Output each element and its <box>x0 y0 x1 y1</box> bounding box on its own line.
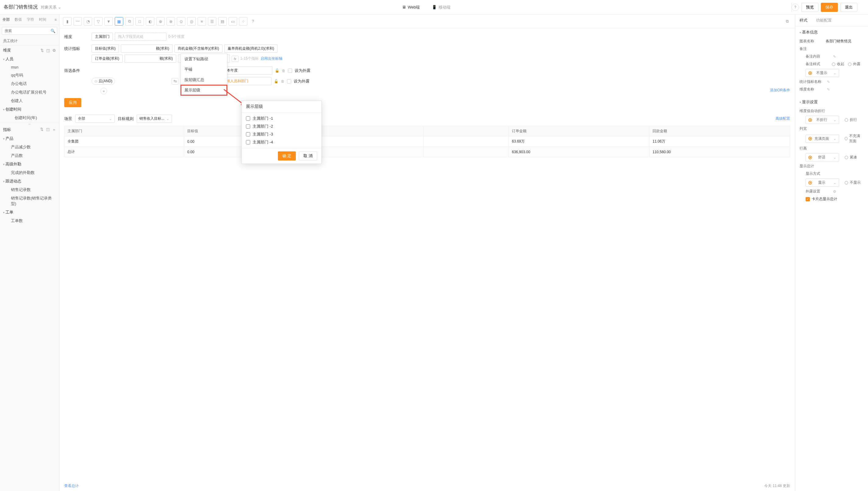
view-total-link[interactable]: 查看总计 <box>64 483 79 489</box>
tab-style[interactable]: 样式 <box>795 15 812 26</box>
dim-field[interactable]: 创建人 <box>0 96 59 105</box>
chart-map-cn-icon[interactable]: ⊗ <box>166 17 175 26</box>
chart-table-icon[interactable]: ▦ <box>115 17 123 26</box>
dim-dropzone[interactable]: 拖入字段至此处 <box>115 33 166 41</box>
metric-tag[interactable]: 额(求和) <box>124 55 176 63</box>
level-checkbox[interactable] <box>246 140 250 144</box>
enable-secondary-axis[interactable]: 启用次坐标轴 <box>260 56 282 61</box>
level-option[interactable]: 主属部门 -4 <box>246 140 317 145</box>
chart-line-icon[interactable]: 〰 <box>73 17 82 26</box>
chart-map-icon[interactable]: ⊕ <box>156 17 165 26</box>
level-checkbox[interactable] <box>246 132 250 137</box>
plus-icon[interactable]: ＋ <box>52 127 56 133</box>
card-total-checkbox-row[interactable]: ✓卡片态显示总计 <box>800 195 864 203</box>
chart-hstack-icon[interactable]: ☰ <box>208 17 216 26</box>
dim-field[interactable]: msn <box>0 63 59 71</box>
chart-hbar-icon[interactable]: ≡ <box>197 17 206 26</box>
radio-comfortable[interactable]: 舒适 <box>806 153 839 162</box>
metric-tag[interactable]: 赢单商机金额(商机2.0)(求和) <box>224 45 278 53</box>
th[interactable]: 回款金额 <box>649 126 790 137</box>
sort-icon[interactable]: ⇅ <box>40 127 43 133</box>
chart-card-icon[interactable]: ▭ <box>228 17 237 26</box>
menu-flat[interactable]: 平铺 <box>181 64 227 75</box>
tab-function[interactable]: 功能配置 <box>812 15 836 26</box>
tab-mobile[interactable]: 📱移动端 <box>432 5 451 10</box>
th[interactable]: 主属部门 <box>64 126 184 137</box>
chart-combo-icon[interactable]: ⧉ <box>125 17 134 26</box>
metric-field[interactable]: 销售记录数(销售记录类型) <box>0 194 59 208</box>
radio-nofill[interactable]: 不充满页面 <box>844 134 864 144</box>
dim-field[interactable]: 办公电话 <box>0 80 59 88</box>
scene-select[interactable]: 全部 <box>75 115 115 123</box>
dim-tag[interactable]: 主属部门 <box>92 33 113 41</box>
expose-checkbox[interactable] <box>288 68 292 73</box>
chart-number-icon[interactable]: □ <box>135 17 144 26</box>
edit-icon[interactable]: ✎ <box>827 80 830 84</box>
chart-globe-icon[interactable]: ◎ <box>187 17 196 26</box>
gear-icon[interactable]: ⚙ <box>52 48 56 53</box>
menu-drill-path[interactable]: 设置下钻路径 <box>181 54 227 64</box>
trash-icon[interactable] <box>282 68 285 73</box>
sliders-icon[interactable]: ≡ <box>52 18 59 22</box>
tag-icon[interactable]: ◫ <box>46 48 50 53</box>
metric-field[interactable]: 工单数 <box>0 216 59 225</box>
radio-hide[interactable]: 不显示 <box>806 69 839 77</box>
level-option[interactable]: 主属部门 -1 <box>246 116 317 121</box>
preview-button[interactable]: 预览 <box>801 3 818 12</box>
edit-icon[interactable]: ✎ <box>833 55 836 59</box>
dim-field[interactable]: qq号码 <box>0 71 59 80</box>
menu-show-level[interactable]: 展示层级 <box>181 85 227 95</box>
dialog-ok-button[interactable]: 确 定 <box>278 151 296 161</box>
chart-pie-icon[interactable]: ◔ <box>84 17 92 26</box>
chart-bar-icon[interactable]: ▮ <box>63 17 71 26</box>
chart-name-value[interactable]: 各部门销售情况 <box>826 39 864 44</box>
save-button[interactable]: 保存 <box>821 3 838 12</box>
metric-tag[interactable]: 商机金额(不含输单)(求和) <box>175 45 222 53</box>
th[interactable]: 订单金额 <box>509 126 649 137</box>
radio-compact[interactable]: 紧凑 <box>844 155 857 160</box>
panel-separator[interactable]: ═ <box>0 122 59 125</box>
dim-group-person[interactable]: 人员 <box>0 55 59 63</box>
radio-show[interactable]: 显示 <box>806 178 839 187</box>
help-icon[interactable]: ? <box>249 18 256 25</box>
expose-checkbox[interactable] <box>287 79 291 83</box>
tab-web[interactable]: 🖥Web端 <box>402 5 420 10</box>
radio-fill[interactable]: 充满页面 <box>806 135 839 143</box>
gear-icon[interactable]: ⚙ <box>833 190 836 194</box>
metric-tag[interactable]: 额(求和) <box>121 45 173 53</box>
dim-field[interactable]: 创建时间(年) <box>0 114 59 122</box>
chart-map-city-icon[interactable]: ⊙ <box>177 17 185 26</box>
metric-group-follow[interactable]: 跟进动态 <box>0 177 59 185</box>
type-tab-all[interactable]: 全部 <box>0 15 12 25</box>
trash-icon[interactable] <box>281 79 285 83</box>
radio-wrap[interactable]: 折行 <box>844 117 857 122</box>
lock-icon[interactable] <box>274 79 278 83</box>
metric-tag[interactable]: 订单金额(求和) <box>92 55 123 63</box>
dim-field[interactable]: 办公电话扩展分机号 <box>0 88 59 96</box>
radio-no-wrap[interactable]: 不折行 <box>806 116 839 124</box>
help-icon[interactable]: ? <box>792 4 799 11</box>
chart-gauge-icon[interactable]: ◐ <box>146 17 154 26</box>
type-tab-time[interactable]: 时间 <box>36 15 49 25</box>
metric-group-workorder[interactable]: 工单 <box>0 208 59 216</box>
metric-tag[interactable]: 目标值(求和) <box>92 45 119 53</box>
apply-button[interactable]: 应用 <box>64 98 81 107</box>
dim-group-createtime[interactable]: 创建时间 <box>0 105 59 114</box>
dialog-cancel-button[interactable]: 取 消 <box>299 151 317 161</box>
sort-icon[interactable]: ⇅ <box>40 48 44 53</box>
metric-group-outwork[interactable]: 高级外勤 <box>0 160 59 168</box>
table-row[interactable]: 全集团 0.00 11.06万 63.69万 11.06万 <box>64 137 790 147</box>
exit-button[interactable]: 退出 <box>840 3 857 12</box>
link-icon[interactable]: ⧉ <box>783 17 791 26</box>
level-checkbox[interactable] <box>246 116 250 121</box>
metric-field[interactable]: 销售记录数 <box>0 185 59 194</box>
search-input[interactable] <box>2 27 57 35</box>
radio-expose[interactable]: 外露 <box>848 61 860 67</box>
add-or-link[interactable]: 添加OR条件 <box>770 88 790 94</box>
chart-dashboard-icon[interactable]: ▤ <box>218 17 227 26</box>
radio-collapse[interactable]: 收起 <box>832 61 844 67</box>
rule-select[interactable]: 销售收入目标... <box>137 115 172 123</box>
fx-button[interactable]: fx <box>231 56 239 62</box>
chart-scatter-icon[interactable]: ⁘ <box>239 17 247 26</box>
metric-field[interactable]: 产品数 <box>0 151 59 160</box>
